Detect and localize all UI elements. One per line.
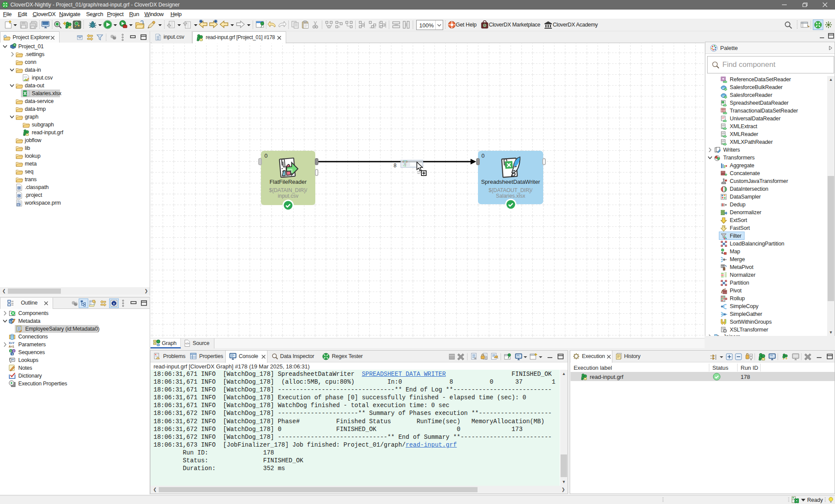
svg-text:1: 1 xyxy=(10,349,12,352)
svg-text:A=1: A=1 xyxy=(9,345,14,348)
svg-text:X=Y: X=Y xyxy=(9,342,14,345)
svg-text:X=Y: X=Y xyxy=(17,204,21,206)
svg-text:</>: </> xyxy=(722,132,725,135)
svg-text:2: 2 xyxy=(13,349,15,352)
svg-text:</>: </> xyxy=(722,124,725,127)
svg-text:3: 3 xyxy=(11,352,13,355)
svg-text:</>: </> xyxy=(185,342,190,345)
svg-text:</>: </> xyxy=(722,140,725,143)
